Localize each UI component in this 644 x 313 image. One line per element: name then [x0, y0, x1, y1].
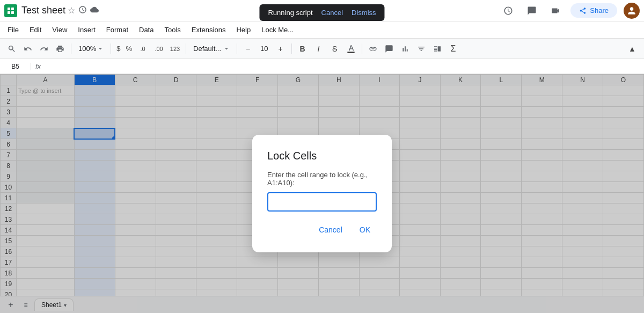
font-size-value: 10 [260, 45, 268, 53]
link-btn[interactable] [365, 41, 380, 56]
bold-btn[interactable]: B [295, 41, 310, 56]
menu-insert[interactable]: Insert [72, 24, 101, 36]
app-icon [4, 4, 17, 17]
textcolor-btn[interactable] [343, 41, 358, 56]
strikethrough-btn[interactable]: S [327, 41, 342, 56]
modal-title: Lock Cells [267, 150, 377, 162]
share-button[interactable]: Share [570, 3, 617, 18]
modal-label: Enter the cell range to lock (e.g., A1:A… [267, 171, 377, 187]
font-family-value: Default... [193, 45, 221, 53]
video-btn[interactable] [547, 2, 564, 19]
chart-btn[interactable] [398, 41, 413, 56]
comment-btn[interactable] [523, 2, 540, 19]
functions-btn[interactable]: Σ [446, 41, 461, 56]
search-btn[interactable] [4, 41, 19, 56]
font-size-box[interactable]: 10 [257, 43, 272, 54]
modal-cancel-button[interactable]: Cancel [312, 222, 349, 237]
percent-btn[interactable]: % [123, 41, 134, 56]
menu-data[interactable]: Data [134, 24, 159, 36]
decimal-less-btn[interactable]: .0 [135, 41, 150, 56]
history-icon[interactable] [78, 5, 87, 16]
svg-rect-2 [8, 11, 10, 14]
history-btn[interactable] [500, 2, 517, 19]
collapse-btn[interactable]: ▲ [625, 41, 640, 56]
toolbar: 100% $ % .0 .00 123 Default... − 10 + B … [0, 39, 644, 59]
italic-btn[interactable]: I [311, 41, 326, 56]
undo-btn[interactable] [20, 41, 35, 56]
format-123-btn[interactable]: 123 [167, 41, 182, 56]
share-label: Share [590, 6, 609, 14]
lock-cells-modal: Lock Cells Enter the cell range to lock … [252, 135, 392, 252]
running-script-text: Running script [268, 9, 312, 17]
zoom-value: 100% [78, 45, 96, 53]
redo-btn[interactable] [36, 41, 52, 56]
modal-ok-button[interactable]: OK [353, 222, 377, 237]
running-dismiss-button[interactable]: Dismiss [352, 9, 376, 17]
avatar [624, 3, 640, 19]
modal-overlay: Lock Cells Enter the cell range to lock … [0, 74, 644, 313]
decimal-more-btn[interactable]: .00 [151, 41, 166, 56]
svg-rect-3 [11, 11, 14, 14]
menu-lock[interactable]: Lock Me... [256, 24, 299, 36]
divider-4 [237, 43, 237, 54]
font-decrease-btn[interactable]: − [240, 41, 255, 56]
divider-2 [111, 43, 111, 54]
title-right: Share [500, 2, 640, 19]
formula-bar: B5 fx [0, 59, 644, 74]
svg-rect-0 [8, 8, 10, 10]
svg-rect-1 [11, 8, 14, 10]
star-icon[interactable]: ☆ [68, 5, 75, 16]
font-family-selector[interactable]: Default... [189, 43, 233, 54]
doc-title: Test sheet [21, 5, 65, 16]
divider-6 [362, 43, 362, 54]
menu-tools[interactable]: Tools [159, 24, 186, 36]
currency-btn[interactable]: $ [114, 41, 122, 56]
cell-reference[interactable]: B5 [4, 63, 31, 70]
divider-1 [71, 43, 71, 54]
cloud-icon [90, 5, 99, 16]
modal-actions: Cancel OK [267, 222, 377, 237]
merge-btn[interactable] [430, 41, 445, 56]
zoom-selector[interactable]: 100% [75, 43, 107, 54]
comment-inline-btn[interactable] [382, 41, 397, 56]
title-icons: ☆ [68, 5, 99, 16]
divider-5 [291, 43, 292, 54]
running-script-bar: Running script Cancel Dismiss [259, 4, 384, 21]
running-cancel-button[interactable]: Cancel [321, 9, 343, 17]
menu-format[interactable]: Format [101, 24, 134, 36]
divider-3 [186, 43, 186, 54]
filter-btn[interactable] [414, 41, 429, 56]
menu-edit[interactable]: Edit [24, 24, 47, 36]
main-area: A B C D E F G H I J K L M N O 1 [0, 74, 644, 313]
menu-bar: File Edit View Insert Format Data Tools … [0, 21, 644, 39]
cell-range-input[interactable] [267, 192, 377, 212]
menu-file[interactable]: File [2, 24, 24, 36]
menu-extensions[interactable]: Extensions [186, 24, 231, 36]
print-btn[interactable] [53, 41, 68, 56]
font-increase-btn[interactable]: + [273, 41, 288, 56]
fx-icon: fx [35, 62, 41, 70]
menu-help[interactable]: Help [231, 24, 256, 36]
menu-view[interactable]: View [47, 24, 72, 36]
